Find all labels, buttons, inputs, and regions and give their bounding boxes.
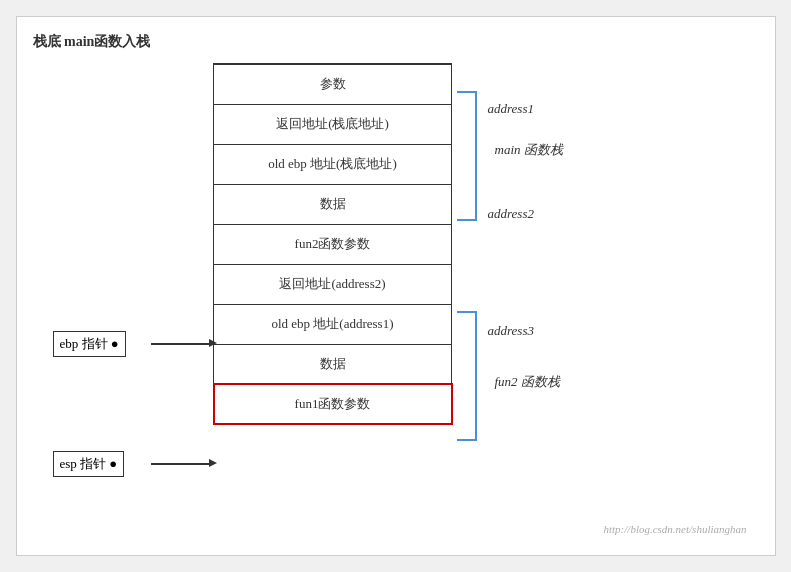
stack-row: 数据: [214, 184, 452, 224]
ebp-pointer-box: ebp 指针 ●: [53, 331, 126, 357]
ebp-arrow-line: [151, 343, 213, 345]
stack-row: old ebp 地址(address1): [214, 304, 452, 344]
address2-label: address2: [488, 206, 534, 222]
stack-row: 返回地址(栈底地址): [214, 104, 452, 144]
stack-cell: fun1函数参数: [214, 384, 452, 424]
page-title: 栈底 main函数入栈: [33, 33, 759, 51]
stack-cell: 返回地址(栈底地址): [214, 104, 452, 144]
fun2-stack-label: fun2 函数栈: [495, 373, 560, 391]
main-container: 栈底 main函数入栈 参数返回地址(栈底地址)old ebp 地址(栈底地址)…: [16, 16, 776, 556]
stack-cell: 返回地址(address2): [214, 264, 452, 304]
esp-arrow-head: [209, 459, 217, 467]
stack-cell: old ebp 地址(address1): [214, 304, 452, 344]
stack-table: 参数返回地址(栈底地址)old ebp 地址(栈底地址)数据fun2函数参数返回…: [213, 63, 453, 425]
stack-cell: old ebp 地址(栈底地址): [214, 144, 452, 184]
address3-label: address3: [488, 323, 534, 339]
esp-pointer-label: esp 指针 ●: [60, 456, 118, 471]
main-stack-label: main 函数栈: [495, 141, 563, 159]
stack-row: fun2函数参数: [214, 224, 452, 264]
fun2-stack-brace: [457, 311, 477, 441]
stack-row: 返回地址(address2): [214, 264, 452, 304]
stack-row: 数据: [214, 344, 452, 384]
stack-cell: 数据: [214, 184, 452, 224]
esp-pointer-box: esp 指针 ●: [53, 451, 125, 477]
stack-cell: 参数: [214, 64, 452, 104]
watermark: http://blog.csdn.net/shulianghan: [604, 523, 747, 535]
stack-row: 参数: [214, 64, 452, 104]
ebp-arrow-head: [209, 339, 217, 347]
stack-cell: fun2函数参数: [214, 224, 452, 264]
esp-arrow-line: [151, 463, 213, 465]
ebp-pointer-label: ebp 指针 ●: [60, 336, 119, 351]
main-stack-brace: [457, 91, 477, 221]
address1-label: address1: [488, 101, 534, 117]
diagram: 参数返回地址(栈底地址)old ebp 地址(栈底地址)数据fun2函数参数返回…: [33, 63, 759, 543]
stack-row: old ebp 地址(栈底地址): [214, 144, 452, 184]
stack-row: fun1函数参数: [214, 384, 452, 424]
stack-cell: 数据: [214, 344, 452, 384]
